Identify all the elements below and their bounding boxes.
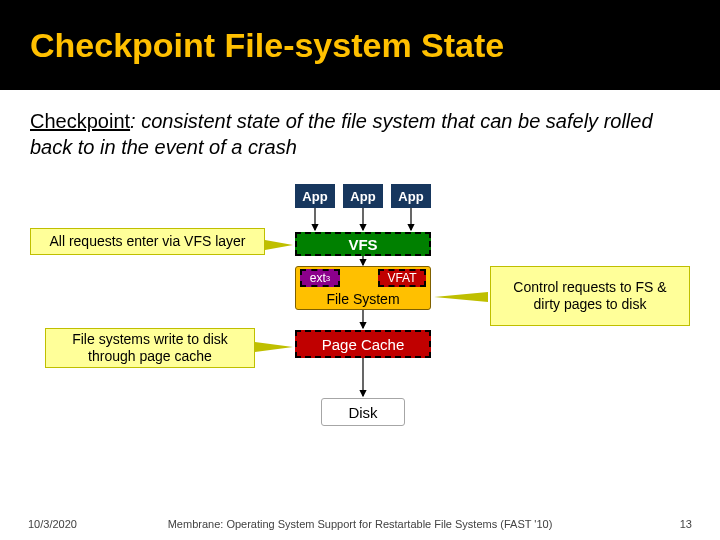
title-bar: Checkpoint File-system State [0,0,720,90]
slide-footer: 10/3/2020 Membrane: Operating System Sup… [0,518,720,530]
vfat-box: VFAT [378,269,426,287]
callout-pagecache: File systems write to disk through page … [45,328,255,368]
app-box-3: App [391,184,431,208]
footer-caption: Membrane: Operating System Support for R… [0,518,720,530]
slide-title: Checkpoint File-system State [30,26,504,65]
vfs-box: VFS [295,232,431,256]
callout-vfs-entry: All requests enter via VFS layer [30,228,265,255]
app-box-1: App [295,184,335,208]
ext3-box: ext3 [300,269,340,287]
filesystem-label: File System [296,291,430,307]
diagram: App App App VFS ext3 VFAT File System Pa… [0,170,720,510]
callout-pointer-icon [434,292,488,302]
callout-control-requests: Control requests to FS & dirty pages to … [490,266,690,326]
disk-box: Disk [321,398,405,426]
pagecache-box: Page Cache [295,330,431,358]
filesystem-box: ext3 VFAT File System [295,266,431,310]
callout-pointer-icon [255,342,293,352]
definition-text: Checkpoint: consistent state of the file… [0,90,720,170]
app-box-2: App [343,184,383,208]
definition-term: Checkpoint [30,110,130,132]
callout-pointer-icon [265,240,293,250]
